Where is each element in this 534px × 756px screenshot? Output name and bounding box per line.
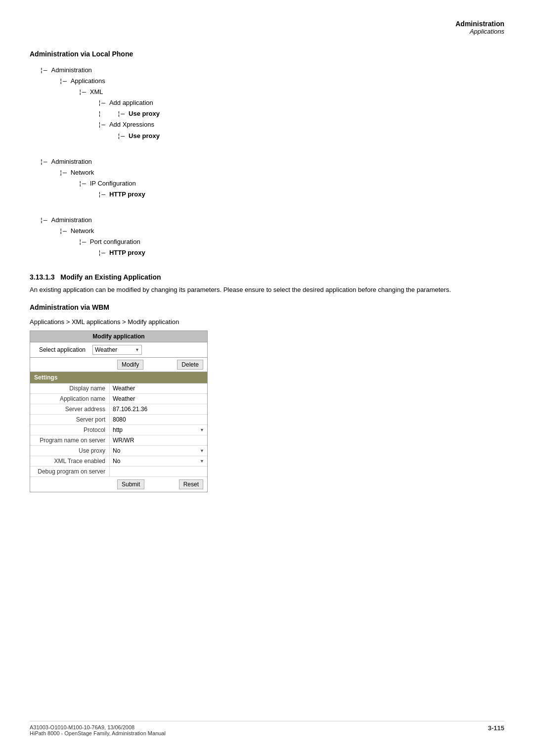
- settings-row: XML Trace enabledNo▼: [30, 456, 207, 467]
- settings-row-value: Weather: [109, 394, 207, 404]
- settings-row-value: 8080: [109, 415, 207, 425]
- delete-button[interactable]: Delete: [177, 360, 203, 370]
- tree-line: ¦— Applications: [40, 76, 504, 87]
- settings-row: Server port8080: [30, 415, 207, 425]
- modify-delete-row: Modify Delete: [30, 358, 207, 372]
- tree-line: ¦— Add application: [40, 97, 504, 108]
- footer-left: A31003-O1010-M100-10-76A9, 13/06/2008 Hi…: [30, 724, 166, 736]
- settings-row: Server address87.106.21.36: [30, 404, 207, 415]
- header-subtitle: Applications: [30, 28, 504, 35]
- settings-row-label: Application name: [30, 394, 109, 404]
- body-text: An existing application can be modified …: [30, 285, 504, 295]
- tree-block-3: ¦— Administration ¦— Network ¦— Port con…: [30, 215, 504, 258]
- settings-row-label: Server address: [30, 404, 109, 414]
- tree-line: ¦— Use proxy: [40, 131, 504, 142]
- header-title: Administration: [30, 20, 504, 28]
- settings-row: Debug program on server: [30, 467, 207, 477]
- section-modify-app: 3.13.1.3 Modify an Existing Application …: [30, 273, 504, 492]
- tree-line: ¦— XML: [40, 87, 504, 97]
- settings-row-label: XML Trace enabled: [30, 456, 109, 466]
- settings-row: Application nameWeather: [30, 394, 207, 404]
- modify-button[interactable]: Modify: [117, 360, 143, 370]
- tree-block-2: ¦— Administration ¦— Network ¦— IP Confi…: [30, 156, 504, 200]
- select-arrow-icon: ▼: [200, 427, 204, 432]
- select-arrow-icon: ▼: [200, 459, 204, 464]
- settings-row: Display nameWeather: [30, 383, 207, 394]
- tree-line: ¦— Add Xpressions: [40, 119, 504, 130]
- tree-block-1: ¦— Administration ¦— Applications ¦— XML…: [30, 65, 504, 142]
- select-arrow-icon: ▼: [200, 448, 204, 453]
- tree-line: ¦— Administration: [40, 156, 504, 167]
- settings-row-value: 87.106.21.36: [109, 404, 207, 414]
- settings-row-label: Protocol: [30, 425, 109, 435]
- submit-reset-row: Submit Reset: [30, 477, 207, 492]
- settings-row: Protocolhttp▼: [30, 425, 207, 435]
- submit-button[interactable]: Submit: [117, 479, 144, 489]
- settings-row-value: Weather: [109, 383, 207, 393]
- tree-line: ¦— Network: [40, 167, 504, 178]
- table-header: Modify application: [30, 331, 207, 342]
- tree-1: ¦— Administration ¦— Applications ¦— XML…: [40, 65, 504, 142]
- tree-line: ¦— Administration: [40, 215, 504, 226]
- footer-right: 3-115: [488, 724, 504, 736]
- settings-row-value: [109, 467, 207, 476]
- section-local-phone: Administration via Local Phone ¦— Admini…: [30, 50, 504, 258]
- settings-row-value: WR/WR: [109, 435, 207, 445]
- settings-row-label: Debug program on server: [30, 467, 109, 476]
- settings-rows: Display nameWeatherApplication nameWeath…: [30, 383, 207, 477]
- settings-row-label: Server port: [30, 415, 109, 425]
- section1-heading: Administration via Local Phone: [30, 50, 504, 58]
- tree-line: ¦— HTTP proxy: [40, 247, 504, 258]
- tree-line: ¦— HTTP proxy: [40, 189, 504, 200]
- settings-header: Settings: [30, 372, 207, 383]
- settings-row-label: Display name: [30, 383, 109, 393]
- tree-2: ¦— Administration ¦— Network ¦— IP Confi…: [40, 156, 504, 200]
- settings-row-label: Use proxy: [30, 446, 109, 456]
- application-select[interactable]: Weather ▼: [92, 345, 142, 355]
- tree-line: ¦— Port configuration: [40, 236, 504, 247]
- page-footer: A31003-O1010-M100-10-76A9, 13/06/2008 Hi…: [30, 721, 504, 736]
- select-dropdown-icon: ▼: [135, 347, 139, 352]
- tree-line: ¦— Administration: [40, 65, 504, 76]
- settings-row: Use proxyNo▼: [30, 446, 207, 456]
- tree-line: ¦ ¦— Use proxy: [40, 108, 504, 119]
- page-header: Administration Applications: [30, 20, 504, 35]
- tree-line: ¦— IP Configuration: [40, 178, 504, 189]
- settings-row-label: Program name on server: [30, 435, 109, 445]
- select-application-control: Weather ▼: [92, 345, 142, 355]
- tree-line: ¦— Network: [40, 226, 504, 236]
- select-application-label: Select application: [34, 346, 89, 353]
- wbm-heading: Administration via WBM: [30, 303, 504, 311]
- settings-row-value[interactable]: No▼: [109, 446, 207, 456]
- wbm-path: Applications > XML applications > Modify…: [30, 318, 504, 326]
- select-application-row: Select application Weather ▼: [30, 342, 207, 358]
- settings-row-value[interactable]: http▼: [109, 425, 207, 435]
- tree-3: ¦— Administration ¦— Network ¦— Port con…: [40, 215, 504, 258]
- reset-button[interactable]: Reset: [179, 479, 203, 489]
- settings-row: Program name on serverWR/WR: [30, 435, 207, 446]
- modify-application-table: Modify application Select application We…: [30, 331, 208, 492]
- subsection-number: 3.13.1.3 Modify an Existing Application: [30, 273, 504, 281]
- settings-row-value[interactable]: No▼: [109, 456, 207, 466]
